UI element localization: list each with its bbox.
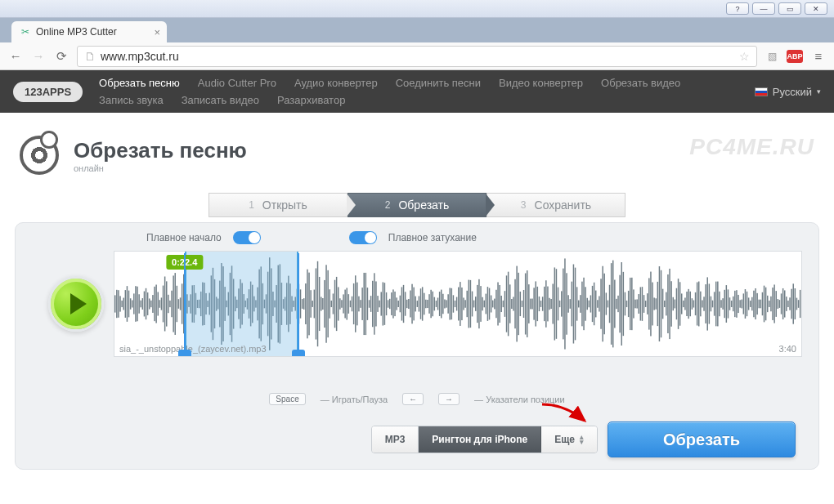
svg-rect-223: [497, 282, 498, 325]
svg-rect-306: [640, 287, 641, 320]
svg-rect-305: [639, 294, 639, 314]
reload-icon[interactable]: ⟳: [54, 49, 69, 64]
svg-rect-128: [334, 280, 335, 328]
cut-button[interactable]: Обрезать: [608, 421, 796, 457]
svg-rect-167: [401, 287, 402, 320]
nav-unarchiver[interactable]: Разархиватор: [277, 94, 345, 106]
svg-rect-111: [305, 283, 306, 324]
svg-rect-123: [325, 265, 326, 342]
browser-tab-strip: ✂ Online MP3 Cutter ×: [0, 18, 834, 42]
svg-rect-214: [482, 297, 482, 310]
format-more[interactable]: Еще ▴▾: [541, 426, 597, 453]
adblock-icon[interactable]: ABP: [787, 50, 803, 63]
svg-rect-382: [770, 297, 771, 311]
page-header: Обрезать песню онлайн PC4ME.RU: [0, 113, 834, 188]
play-button[interactable]: [48, 276, 104, 332]
nav-join-songs[interactable]: Соединить песни: [396, 77, 481, 89]
svg-rect-300: [630, 278, 630, 330]
svg-rect-273: [583, 278, 584, 330]
filename-label: sia_-_unstoppable_(zaycev.net).mp3: [119, 344, 267, 354]
svg-rect-353: [720, 300, 721, 308]
selection-end-handle[interactable]: [292, 350, 305, 357]
svg-rect-216: [486, 294, 486, 314]
svg-rect-399: [800, 290, 800, 318]
step-cut[interactable]: 2 Обрезать: [348, 193, 486, 217]
browser-tab-active[interactable]: ✂ Online MP3 Cutter ×: [11, 21, 167, 42]
svg-rect-1: [116, 290, 117, 318]
svg-rect-313: [652, 283, 652, 326]
svg-rect-108: [300, 289, 301, 318]
svg-rect-293: [617, 296, 618, 312]
svg-rect-317: [659, 266, 660, 341]
svg-rect-323: [669, 269, 670, 339]
selection-start-handle[interactable]: [178, 350, 191, 357]
step-open[interactable]: 1 Открыть: [208, 193, 348, 217]
svg-rect-206: [469, 280, 469, 328]
format-iphone-ringtone[interactable]: Рингтон для iPhone: [419, 426, 541, 453]
svg-rect-207: [470, 280, 471, 328]
svg-rect-289: [611, 263, 612, 345]
svg-rect-357: [728, 289, 729, 318]
svg-rect-384: [773, 284, 774, 323]
os-minimize-button[interactable]: —: [752, 2, 775, 15]
svg-rect-129: [336, 277, 337, 331]
language-selector[interactable]: Русский ▾: [755, 86, 821, 98]
step-save[interactable]: 3 Сохранить: [486, 193, 626, 217]
svg-rect-119: [319, 277, 320, 331]
extension-icon[interactable]: ▧: [765, 50, 778, 63]
svg-rect-21: [150, 301, 151, 307]
svg-rect-229: [508, 272, 509, 337]
tab-title: Online MP3 Cutter: [36, 26, 117, 38]
site-logo[interactable]: 123APPS: [13, 82, 83, 102]
svg-rect-220: [492, 301, 493, 308]
svg-rect-171: [408, 299, 409, 309]
bookmark-star-icon[interactable]: ☆: [739, 50, 750, 63]
svg-rect-310: [647, 293, 648, 314]
nav-record-audio[interactable]: Запись звука: [99, 94, 164, 106]
fade-in-toggle[interactable]: [233, 231, 261, 244]
svg-rect-299: [628, 291, 629, 317]
back-icon[interactable]: ←: [8, 49, 23, 63]
svg-rect-163: [394, 292, 395, 316]
nav-record-video[interactable]: Записать видео: [182, 94, 259, 106]
svg-rect-219: [491, 296, 491, 313]
os-maximize-button[interactable]: ▭: [778, 2, 801, 15]
svg-rect-339: [697, 282, 697, 325]
svg-rect-283: [600, 279, 601, 329]
page-icon: 🗋: [84, 50, 96, 63]
svg-rect-113: [308, 273, 309, 336]
svg-rect-345: [707, 277, 708, 330]
svg-rect-8: [128, 291, 129, 318]
svg-rect-244: [533, 288, 534, 319]
svg-rect-157: [384, 283, 385, 325]
svg-rect-174: [413, 288, 414, 321]
svg-rect-359: [731, 301, 732, 307]
fade-out-toggle[interactable]: [349, 231, 377, 244]
format-mp3[interactable]: MP3: [372, 426, 419, 453]
os-close-button[interactable]: ✕: [805, 2, 827, 15]
os-help-button[interactable]: ?: [726, 2, 749, 15]
svg-rect-307: [642, 287, 643, 321]
nav-video-converter[interactable]: Видео конвертер: [499, 77, 583, 89]
keyboard-hints: Space — Играть/Пауза ← → — Указатели поз…: [16, 393, 818, 405]
svg-rect-37: [178, 299, 179, 309]
menu-icon[interactable]: ≡: [811, 49, 826, 63]
svg-rect-311: [648, 278, 649, 329]
nav-cut-song[interactable]: Обрезать песню: [99, 77, 180, 89]
svg-rect-130: [338, 287, 339, 320]
svg-rect-266: [572, 282, 572, 327]
close-icon[interactable]: ×: [154, 26, 160, 38]
nav-audio-cutter-pro[interactable]: Audio Cutter Pro: [198, 77, 276, 89]
svg-rect-376: [760, 300, 761, 309]
nav-cut-video[interactable]: Обрезать видео: [601, 77, 680, 89]
nav-audio-converter[interactable]: Аудио конвертер: [294, 77, 378, 89]
svg-rect-374: [756, 293, 757, 314]
svg-rect-397: [796, 298, 797, 310]
address-bar[interactable]: 🗋 www.mp3cut.ru ☆: [77, 46, 757, 67]
waveform-area[interactable]: 0:22.4 sia_-_unstoppable_(zaycev.net).mp…: [114, 251, 802, 357]
forward-icon[interactable]: →: [31, 49, 46, 63]
svg-rect-191: [442, 294, 443, 314]
svg-rect-326: [675, 300, 675, 309]
svg-rect-249: [542, 297, 543, 310]
svg-rect-342: [702, 301, 702, 308]
